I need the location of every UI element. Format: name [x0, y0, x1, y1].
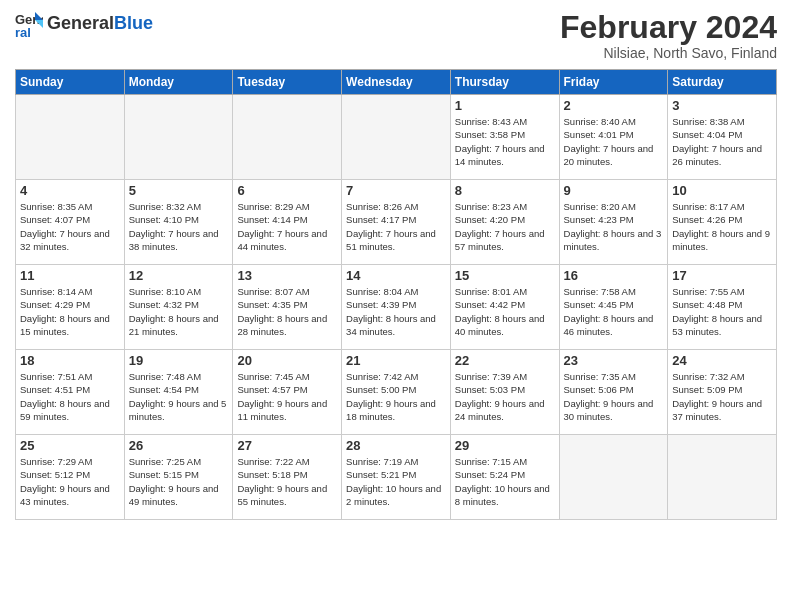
col-header-monday: Monday [124, 70, 233, 95]
calendar-cell: 4Sunrise: 8:35 AM Sunset: 4:07 PM Daylig… [16, 180, 125, 265]
location: Nilsiae, North Savo, Finland [560, 45, 777, 61]
calendar-cell: 28Sunrise: 7:19 AM Sunset: 5:21 PM Dayli… [342, 435, 451, 520]
day-number: 6 [237, 183, 337, 198]
calendar-cell: 15Sunrise: 8:01 AM Sunset: 4:42 PM Dayli… [450, 265, 559, 350]
day-info: Sunrise: 7:58 AM Sunset: 4:45 PM Dayligh… [564, 285, 664, 338]
col-header-wednesday: Wednesday [342, 70, 451, 95]
calendar-cell: 23Sunrise: 7:35 AM Sunset: 5:06 PM Dayli… [559, 350, 668, 435]
day-info: Sunrise: 8:04 AM Sunset: 4:39 PM Dayligh… [346, 285, 446, 338]
day-number: 8 [455, 183, 555, 198]
calendar-cell: 14Sunrise: 8:04 AM Sunset: 4:39 PM Dayli… [342, 265, 451, 350]
calendar-cell: 3Sunrise: 8:38 AM Sunset: 4:04 PM Daylig… [668, 95, 777, 180]
calendar-cell [233, 95, 342, 180]
day-info: Sunrise: 8:35 AM Sunset: 4:07 PM Dayligh… [20, 200, 120, 253]
calendar-cell: 26Sunrise: 7:25 AM Sunset: 5:15 PM Dayli… [124, 435, 233, 520]
day-number: 15 [455, 268, 555, 283]
day-info: Sunrise: 7:42 AM Sunset: 5:00 PM Dayligh… [346, 370, 446, 423]
calendar-cell: 5Sunrise: 8:32 AM Sunset: 4:10 PM Daylig… [124, 180, 233, 265]
svg-text:ral: ral [15, 25, 31, 38]
day-info: Sunrise: 7:55 AM Sunset: 4:48 PM Dayligh… [672, 285, 772, 338]
calendar-cell [668, 435, 777, 520]
day-info: Sunrise: 8:23 AM Sunset: 4:20 PM Dayligh… [455, 200, 555, 253]
calendar-cell: 21Sunrise: 7:42 AM Sunset: 5:00 PM Dayli… [342, 350, 451, 435]
calendar-page: Gene ral GeneralBlue February 2024 Nilsi… [0, 0, 792, 612]
day-info: Sunrise: 7:32 AM Sunset: 5:09 PM Dayligh… [672, 370, 772, 423]
day-info: Sunrise: 7:19 AM Sunset: 5:21 PM Dayligh… [346, 455, 446, 508]
day-info: Sunrise: 7:29 AM Sunset: 5:12 PM Dayligh… [20, 455, 120, 508]
calendar-cell: 25Sunrise: 7:29 AM Sunset: 5:12 PM Dayli… [16, 435, 125, 520]
day-number: 11 [20, 268, 120, 283]
day-info: Sunrise: 7:15 AM Sunset: 5:24 PM Dayligh… [455, 455, 555, 508]
calendar-cell: 22Sunrise: 7:39 AM Sunset: 5:03 PM Dayli… [450, 350, 559, 435]
day-info: Sunrise: 7:25 AM Sunset: 5:15 PM Dayligh… [129, 455, 229, 508]
calendar-table: SundayMondayTuesdayWednesdayThursdayFrid… [15, 69, 777, 520]
day-number: 24 [672, 353, 772, 368]
day-number: 2 [564, 98, 664, 113]
calendar-cell: 18Sunrise: 7:51 AM Sunset: 4:51 PM Dayli… [16, 350, 125, 435]
day-number: 27 [237, 438, 337, 453]
calendar-cell [16, 95, 125, 180]
calendar-cell: 17Sunrise: 7:55 AM Sunset: 4:48 PM Dayli… [668, 265, 777, 350]
day-number: 18 [20, 353, 120, 368]
calendar-week-3: 11Sunrise: 8:14 AM Sunset: 4:29 PM Dayli… [16, 265, 777, 350]
calendar-week-1: 1Sunrise: 8:43 AM Sunset: 3:58 PM Daylig… [16, 95, 777, 180]
day-number: 25 [20, 438, 120, 453]
calendar-cell: 8Sunrise: 8:23 AM Sunset: 4:20 PM Daylig… [450, 180, 559, 265]
day-info: Sunrise: 8:10 AM Sunset: 4:32 PM Dayligh… [129, 285, 229, 338]
calendar-cell: 19Sunrise: 7:48 AM Sunset: 4:54 PM Dayli… [124, 350, 233, 435]
day-info: Sunrise: 7:45 AM Sunset: 4:57 PM Dayligh… [237, 370, 337, 423]
calendar-cell: 20Sunrise: 7:45 AM Sunset: 4:57 PM Dayli… [233, 350, 342, 435]
day-number: 4 [20, 183, 120, 198]
col-header-friday: Friday [559, 70, 668, 95]
calendar-week-2: 4Sunrise: 8:35 AM Sunset: 4:07 PM Daylig… [16, 180, 777, 265]
col-header-tuesday: Tuesday [233, 70, 342, 95]
calendar-cell [559, 435, 668, 520]
day-number: 19 [129, 353, 229, 368]
day-number: 3 [672, 98, 772, 113]
header: Gene ral GeneralBlue February 2024 Nilsi… [15, 10, 777, 61]
day-info: Sunrise: 7:22 AM Sunset: 5:18 PM Dayligh… [237, 455, 337, 508]
day-number: 17 [672, 268, 772, 283]
day-number: 7 [346, 183, 446, 198]
day-info: Sunrise: 7:48 AM Sunset: 4:54 PM Dayligh… [129, 370, 229, 423]
day-info: Sunrise: 8:38 AM Sunset: 4:04 PM Dayligh… [672, 115, 772, 168]
calendar-header-row: SundayMondayTuesdayWednesdayThursdayFrid… [16, 70, 777, 95]
day-number: 28 [346, 438, 446, 453]
logo-text: GeneralBlue [47, 14, 153, 34]
calendar-cell: 6Sunrise: 8:29 AM Sunset: 4:14 PM Daylig… [233, 180, 342, 265]
day-info: Sunrise: 8:07 AM Sunset: 4:35 PM Dayligh… [237, 285, 337, 338]
day-number: 14 [346, 268, 446, 283]
day-number: 12 [129, 268, 229, 283]
calendar-cell: 16Sunrise: 7:58 AM Sunset: 4:45 PM Dayli… [559, 265, 668, 350]
day-info: Sunrise: 8:01 AM Sunset: 4:42 PM Dayligh… [455, 285, 555, 338]
day-info: Sunrise: 8:32 AM Sunset: 4:10 PM Dayligh… [129, 200, 229, 253]
day-info: Sunrise: 8:40 AM Sunset: 4:01 PM Dayligh… [564, 115, 664, 168]
calendar-week-5: 25Sunrise: 7:29 AM Sunset: 5:12 PM Dayli… [16, 435, 777, 520]
calendar-cell: 7Sunrise: 8:26 AM Sunset: 4:17 PM Daylig… [342, 180, 451, 265]
day-number: 5 [129, 183, 229, 198]
day-number: 9 [564, 183, 664, 198]
calendar-cell: 1Sunrise: 8:43 AM Sunset: 3:58 PM Daylig… [450, 95, 559, 180]
day-number: 1 [455, 98, 555, 113]
calendar-cell: 29Sunrise: 7:15 AM Sunset: 5:24 PM Dayli… [450, 435, 559, 520]
day-number: 20 [237, 353, 337, 368]
col-header-saturday: Saturday [668, 70, 777, 95]
month-title: February 2024 [560, 10, 777, 45]
day-info: Sunrise: 8:43 AM Sunset: 3:58 PM Dayligh… [455, 115, 555, 168]
calendar-cell: 13Sunrise: 8:07 AM Sunset: 4:35 PM Dayli… [233, 265, 342, 350]
day-info: Sunrise: 7:35 AM Sunset: 5:06 PM Dayligh… [564, 370, 664, 423]
calendar-cell: 2Sunrise: 8:40 AM Sunset: 4:01 PM Daylig… [559, 95, 668, 180]
logo-icon: Gene ral [15, 10, 43, 38]
calendar-cell [124, 95, 233, 180]
day-number: 21 [346, 353, 446, 368]
calendar-cell: 10Sunrise: 8:17 AM Sunset: 4:26 PM Dayli… [668, 180, 777, 265]
calendar-cell: 9Sunrise: 8:20 AM Sunset: 4:23 PM Daylig… [559, 180, 668, 265]
day-info: Sunrise: 7:51 AM Sunset: 4:51 PM Dayligh… [20, 370, 120, 423]
day-number: 13 [237, 268, 337, 283]
logo: Gene ral GeneralBlue [15, 10, 153, 38]
day-info: Sunrise: 8:29 AM Sunset: 4:14 PM Dayligh… [237, 200, 337, 253]
day-info: Sunrise: 8:17 AM Sunset: 4:26 PM Dayligh… [672, 200, 772, 253]
day-number: 29 [455, 438, 555, 453]
day-info: Sunrise: 7:39 AM Sunset: 5:03 PM Dayligh… [455, 370, 555, 423]
title-block: February 2024 Nilsiae, North Savo, Finla… [560, 10, 777, 61]
